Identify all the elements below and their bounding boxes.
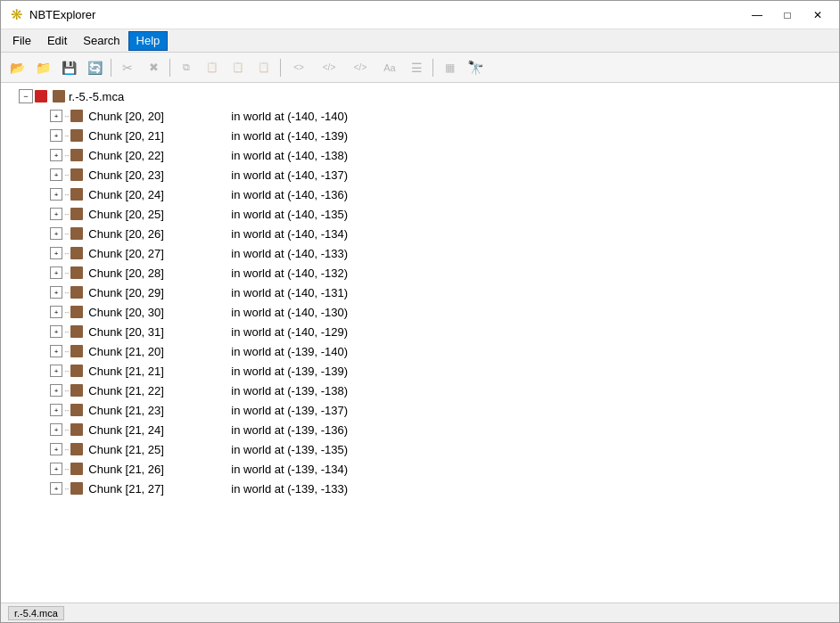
item-expand-btn[interactable]: + <box>50 247 62 259</box>
tree-item[interactable]: +···Chunk [20, 30] in world at (-140, -1… <box>1 302 839 322</box>
item-expand-btn[interactable]: + <box>50 286 62 299</box>
item-expand-btn[interactable]: + <box>50 365 62 377</box>
maximize-button[interactable]: □ <box>773 4 802 26</box>
item-expand-btn[interactable]: + <box>50 443 62 455</box>
item-expand-btn[interactable]: + <box>50 463 62 475</box>
menu-file[interactable]: File <box>4 31 39 51</box>
minimize-button[interactable]: — <box>743 4 771 26</box>
toolbar-edit3[interactable]: </> <box>345 56 375 79</box>
tree-panel[interactable]: − r.-5.-5.mca +···Chunk [20, 20] in worl… <box>1 83 839 603</box>
tree-item[interactable]: +···Chunk [21, 24] in world at (-139, -1… <box>1 420 839 439</box>
root-node[interactable]: − r.-5.-5.mca <box>1 86 839 106</box>
item-nbt-icon <box>70 482 83 495</box>
tree-item[interactable]: +···Chunk [20, 25] in world at (-140, -1… <box>1 204 839 224</box>
item-expand-btn[interactable]: + <box>50 325 62 338</box>
tree-item[interactable]: +···Chunk [20, 31] in world at (-140, -1… <box>1 322 839 341</box>
tree-item[interactable]: +···Chunk [20, 28] in world at (-140, -1… <box>1 263 839 283</box>
tree-item[interactable]: +···Chunk [20, 26] in world at (-140, -1… <box>1 224 839 243</box>
tree-item[interactable]: +···Chunk [20, 20] in world at (-140, -1… <box>1 106 839 126</box>
item-nbt-icon <box>70 384 83 397</box>
item-nbt-icon <box>70 208 83 220</box>
item-expand-btn[interactable]: + <box>50 149 62 161</box>
item-nbt-icon <box>70 306 83 318</box>
tree-item[interactable]: +···Chunk [21, 26] in world at (-139, -1… <box>1 459 839 479</box>
item-dots: ··· <box>64 425 69 435</box>
toolbar-edit2[interactable]: </> <box>314 56 344 79</box>
toolbar-save[interactable]: 💾 <box>56 56 81 79</box>
item-expand-btn[interactable]: + <box>50 306 62 318</box>
close-button[interactable]: ✕ <box>803 4 832 26</box>
item-expand-btn[interactable]: + <box>50 482 62 495</box>
item-nbt-icon <box>70 266 83 279</box>
tree-item[interactable]: +···Chunk [21, 23] in world at (-139, -1… <box>1 400 839 420</box>
item-dots: ··· <box>64 131 69 141</box>
main-window: ❋ NBTExplorer — □ ✕ File Edit Search Hel… <box>0 0 840 623</box>
tree-item[interactable]: +···Chunk [20, 27] in world at (-140, -1… <box>1 243 839 263</box>
item-dots: ··· <box>64 209 69 219</box>
item-nbt-icon <box>70 443 83 455</box>
tree-item[interactable]: +···Chunk [21, 20] in world at (-139, -1… <box>1 341 839 361</box>
menu-search[interactable]: Search <box>75 31 128 51</box>
toolbar-list[interactable]: ☰ <box>404 56 429 79</box>
item-chunk-label: Chunk [20, 28] <box>88 266 231 280</box>
item-expand-btn[interactable]: + <box>50 423 62 436</box>
item-chunk-label: Chunk [21, 23] <box>88 404 231 417</box>
item-expand-btn[interactable]: + <box>50 110 62 122</box>
item-chunk-desc: in world at (-139, -137) <box>231 404 348 417</box>
item-expand-btn[interactable]: + <box>50 345 62 357</box>
tree-item[interactable]: +···Chunk [20, 21] in world at (-140, -1… <box>1 126 839 145</box>
menu-edit[interactable]: Edit <box>39 31 75 51</box>
tree-items: +···Chunk [20, 20] in world at (-140, -1… <box>1 106 839 498</box>
item-expand-btn[interactable]: + <box>50 384 62 397</box>
item-chunk-desc: in world at (-140, -129) <box>231 325 348 339</box>
tree-item[interactable]: +···Chunk [20, 29] in world at (-140, -1… <box>1 283 839 302</box>
toolbar-delete[interactable]: ✖ <box>141 56 166 79</box>
item-chunk-label: Chunk [20, 27] <box>88 247 231 260</box>
root-expand-btn[interactable]: − <box>19 89 33 103</box>
tree-item[interactable]: +···Chunk [21, 27] in world at (-139, -1… <box>1 479 839 498</box>
toolbar-edit1[interactable]: <> <box>284 56 313 79</box>
menu-help[interactable]: Help <box>128 31 169 51</box>
item-chunk-desc: in world at (-139, -133) <box>231 482 348 496</box>
tree-item[interactable]: +···Chunk [20, 24] in world at (-140, -1… <box>1 184 839 204</box>
toolbar-view[interactable]: ▦ <box>437 56 462 79</box>
toolbar-open-file[interactable]: 📂 <box>4 56 29 79</box>
toolbar-paste1[interactable]: 📋 <box>200 56 225 79</box>
item-expand-btn[interactable]: + <box>50 266 62 279</box>
item-dots: ··· <box>64 307 69 317</box>
item-expand-btn[interactable]: + <box>50 208 62 220</box>
item-chunk-label: Chunk [20, 26] <box>88 227 231 241</box>
root-icon-nbt <box>53 90 65 102</box>
item-chunk-label: Chunk [20, 23] <box>88 168 231 182</box>
title-bar-left: ❋ NBTExplorer <box>8 7 95 23</box>
item-expand-btn[interactable]: + <box>50 188 62 201</box>
tree-item[interactable]: +···Chunk [20, 23] in world at (-140, -1… <box>1 165 839 184</box>
item-expand-btn[interactable]: + <box>50 129 62 142</box>
toolbar-separator-3 <box>280 59 281 77</box>
toolbar-paste3[interactable]: 📋 <box>251 56 276 79</box>
toolbar-open-folder[interactable]: 📁 <box>30 56 55 79</box>
item-dots: ··· <box>64 347 69 357</box>
item-expand-btn[interactable]: + <box>50 168 62 181</box>
toolbar-paste2[interactable]: 📋 <box>226 56 251 79</box>
tree-item[interactable]: +···Chunk [21, 22] in world at (-139, -1… <box>1 381 839 400</box>
main-content: − r.-5.-5.mca +···Chunk [20, 20] in worl… <box>1 83 839 603</box>
item-expand-btn[interactable]: + <box>50 404 62 416</box>
item-nbt-icon <box>70 325 83 338</box>
tree-item[interactable]: +···Chunk [21, 21] in world at (-139, -1… <box>1 361 839 381</box>
item-expand-btn[interactable]: + <box>50 227 62 240</box>
item-dots: ··· <box>64 288 69 298</box>
status-bar: r.-5.4.mca <box>1 603 839 622</box>
item-dots: ··· <box>64 111 69 121</box>
tree-item[interactable]: +···Chunk [21, 25] in world at (-139, -1… <box>1 439 839 459</box>
item-chunk-desc: in world at (-140, -137) <box>231 168 348 182</box>
toolbar-refresh[interactable]: 🔄 <box>82 56 107 79</box>
toolbar-separator-1 <box>111 59 111 77</box>
item-chunk-desc: in world at (-139, -138) <box>231 384 348 398</box>
toolbar-font[interactable]: Aa <box>376 56 403 79</box>
tree-item[interactable]: +···Chunk [20, 22] in world at (-140, -1… <box>1 145 839 165</box>
toolbar-copy[interactable]: ⧉ <box>174 56 199 79</box>
item-chunk-desc: in world at (-140, -130) <box>231 306 348 319</box>
toolbar-cut[interactable]: ✂ <box>115 56 140 79</box>
toolbar-find[interactable]: 🔭 <box>463 56 488 79</box>
